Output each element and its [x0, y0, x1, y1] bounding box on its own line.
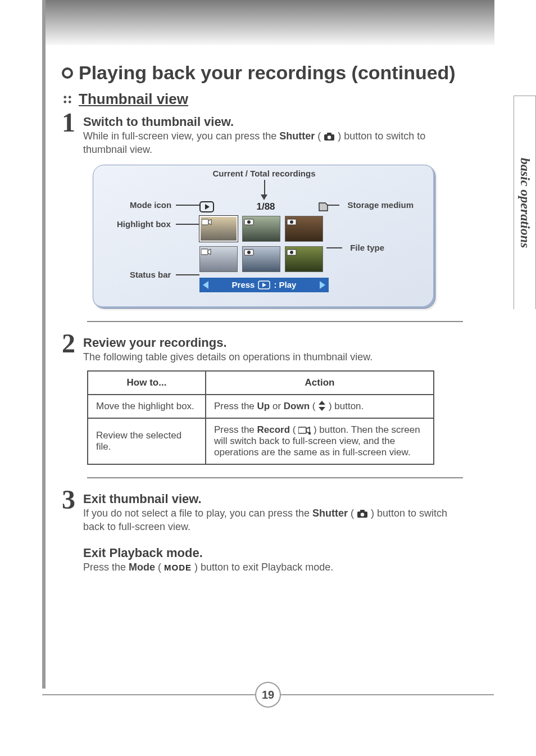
callout-line — [176, 205, 199, 206]
callout-line — [326, 247, 342, 248]
svg-point-21 — [290, 251, 293, 254]
video-badge-icon — [201, 248, 211, 256]
callout-storage: Storage medium — [347, 200, 414, 210]
play-icon — [258, 280, 270, 289]
step-3: 3 Exit thumbnail view. If you do not sel… — [62, 488, 463, 574]
ring-bullet-icon — [62, 67, 73, 79]
thumbnail — [242, 246, 280, 272]
page-title: Playing back your recordings (continued) — [79, 62, 456, 84]
thumbnail — [285, 246, 323, 272]
photo-badge-icon — [244, 248, 254, 256]
step-title: Exit Playback mode. — [83, 546, 463, 560]
photo-badge-icon — [287, 218, 297, 225]
callout-mode: Mode icon — [130, 200, 171, 210]
table-header: Action — [206, 371, 434, 395]
photo-badge-icon — [244, 218, 254, 225]
heading-1-row: Playing back your recordings (continued) — [62, 62, 463, 84]
text: ( — [315, 130, 324, 142]
step-text: If you do not select a file to play, you… — [83, 506, 463, 534]
text: or — [270, 401, 284, 411]
svg-marker-24 — [319, 401, 325, 405]
table-header: How to... — [88, 371, 206, 395]
callout-line — [176, 274, 199, 275]
svg-rect-26 — [298, 427, 306, 433]
triangle-left-icon — [203, 281, 208, 289]
svg-marker-23 — [262, 283, 266, 287]
svg-rect-30 — [360, 510, 365, 512]
table-cell: Review the selected file. — [88, 418, 206, 464]
text-bold: Up — [257, 401, 270, 411]
screen-mock: 1/88 — [199, 201, 329, 292]
video-badge-icon — [202, 218, 212, 226]
text-bold: Down — [284, 401, 310, 411]
camera-icon — [324, 133, 335, 141]
section-title: Thumbnail view — [79, 90, 188, 108]
diamond-cluster-icon — [62, 94, 73, 105]
step-text: While in full-screen view, you can press… — [83, 129, 463, 157]
callout-line — [176, 224, 199, 225]
status-text: Press — [232, 280, 255, 289]
text: ( — [155, 562, 164, 573]
thumbnail-grid — [199, 216, 329, 272]
step-2: 2 Review your recordings. The following … — [62, 332, 463, 364]
step-title: Switch to thumbnail view. — [83, 115, 463, 129]
heading-2-row: Thumbnail view — [62, 90, 463, 108]
step-title: Exit thumbnail view. — [83, 492, 463, 506]
text: Press the — [214, 401, 257, 411]
text: ( — [290, 424, 298, 435]
page-number: 19 — [255, 682, 281, 708]
svg-rect-3 — [63, 100, 67, 103]
step-1: 1 Switch to thumbnail view. While in ful… — [62, 111, 463, 157]
svg-rect-5 — [327, 133, 331, 135]
divider — [87, 321, 463, 322]
up-down-icon — [318, 401, 326, 411]
text-bold: Record — [257, 424, 290, 435]
triangle-right-icon — [320, 281, 325, 289]
step-text: Press the Mode ( MODE ) button to exit P… — [83, 560, 463, 574]
callout-highlight: Highlight box — [117, 219, 171, 229]
svg-point-19 — [247, 251, 251, 254]
text: If you do not select a file to play, you… — [83, 508, 312, 519]
arrow-down-icon — [261, 194, 267, 200]
svg-rect-0 — [68, 95, 71, 98]
play-mode-icon — [199, 201, 214, 212]
photo-badge-icon — [287, 248, 297, 256]
table-cell: Move the highlight box. — [88, 395, 206, 418]
status-bar: Press : Play — [199, 278, 329, 292]
svg-point-13 — [247, 220, 251, 224]
callout-filetype: File type — [350, 243, 384, 252]
step-number: 3 — [62, 488, 75, 511]
text: While in full-screen view, you can press… — [83, 130, 279, 142]
svg-point-6 — [328, 135, 331, 139]
text-bold: Shutter — [312, 508, 348, 519]
text: ) button. — [326, 401, 364, 411]
text-bold: Mode — [129, 562, 155, 573]
step-number: 1 — [62, 111, 75, 134]
svg-rect-16 — [201, 249, 208, 255]
status-text: : Play — [274, 280, 296, 289]
text-bold: Shutter — [279, 130, 315, 142]
svg-marker-17 — [208, 249, 211, 255]
thumbnail — [199, 246, 238, 272]
svg-marker-25 — [319, 407, 325, 411]
thumbnail — [242, 216, 280, 242]
table-row: Move the highlight box. Press the Up or … — [88, 395, 434, 418]
svg-point-15 — [290, 220, 293, 224]
svg-rect-2 — [68, 100, 71, 103]
text: ) button to exit Playback mode. — [192, 562, 333, 573]
operations-table: How to... Action Move the highlight box.… — [87, 370, 434, 465]
thumbnail — [285, 216, 323, 242]
table-row: Review the selected file. Press the Reco… — [88, 418, 434, 464]
text: Press the — [214, 424, 257, 435]
record-icon — [298, 426, 311, 434]
step-title: Review your recordings. — [83, 336, 463, 350]
camera-icon — [357, 510, 368, 518]
svg-rect-10 — [202, 219, 208, 225]
svg-point-31 — [361, 513, 364, 516]
page-content: Playing back your recordings (continued)… — [0, 0, 536, 756]
table-cell: Press the Up or Down ( ) button. — [206, 395, 434, 418]
step-number: 2 — [62, 332, 75, 355]
svg-marker-11 — [208, 219, 211, 225]
text: ( — [310, 401, 318, 411]
svg-rect-1 — [63, 95, 67, 98]
